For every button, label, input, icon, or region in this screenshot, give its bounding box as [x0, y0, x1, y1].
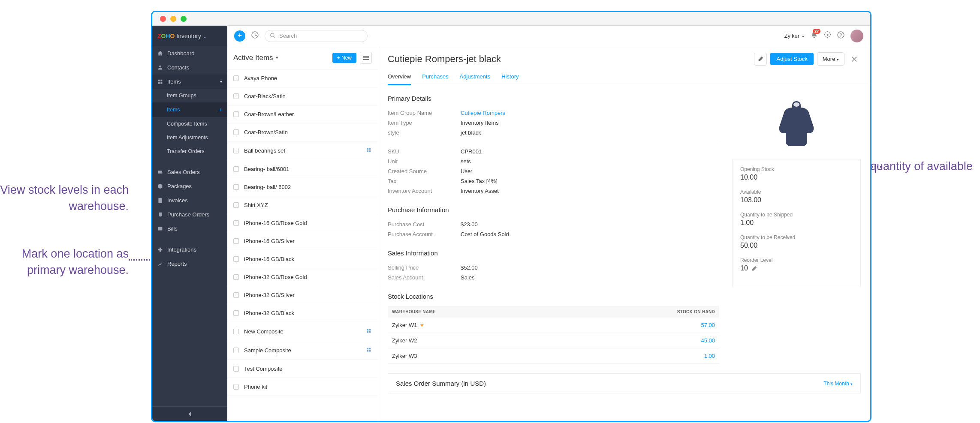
- sidebar-item-label: Invoices: [167, 197, 188, 204]
- list-item[interactable]: Coat-Black/Satin: [227, 87, 378, 105]
- list-item[interactable]: iPhone-16 GB/Rose Gold: [227, 214, 378, 232]
- stock-value: 10.00: [740, 174, 853, 181]
- sidebar-item-items[interactable]: Items+: [152, 102, 227, 117]
- item-checkbox[interactable]: [233, 292, 239, 298]
- search-input[interactable]: Search: [265, 30, 368, 42]
- item-detail-panel: Cutiepie Rompers-jet black Adjust Stock …: [378, 46, 870, 421]
- item-checkbox[interactable]: [233, 384, 239, 390]
- tab-adjustments[interactable]: Adjustments: [460, 71, 491, 85]
- stock-label: Reorder Level: [740, 257, 853, 263]
- list-item[interactable]: Shirt XYZ: [227, 196, 378, 214]
- list-item[interactable]: Test Composite: [227, 360, 378, 378]
- list-item[interactable]: Coat-Brown/Leather: [227, 105, 378, 123]
- item-checkbox[interactable]: [233, 348, 239, 353]
- quick-add-button[interactable]: +: [234, 30, 245, 42]
- app-logo[interactable]: ZOHO Inventory ⌄: [152, 26, 227, 46]
- item-checkbox[interactable]: [233, 238, 239, 244]
- sidebar-item-composite-items[interactable]: Composite Items: [152, 117, 227, 131]
- sidebar-collapse-button[interactable]: [152, 406, 227, 421]
- list-item[interactable]: Sample Composite: [227, 341, 378, 360]
- list-item[interactable]: New Composite: [227, 322, 378, 341]
- more-button[interactable]: More ▾: [817, 52, 844, 66]
- item-name: Phone kit: [244, 384, 372, 390]
- item-checkbox[interactable]: [233, 366, 239, 372]
- new-item-button[interactable]: + New: [332, 53, 356, 63]
- sidebar-item-transfer-orders[interactable]: Transfer Orders: [152, 144, 227, 158]
- table-row[interactable]: Zylker W31.00: [388, 348, 719, 364]
- list-menu-button[interactable]: [360, 52, 372, 64]
- list-item[interactable]: Phone kit: [227, 378, 378, 396]
- sidebar-item-dashboard[interactable]: Dashboard: [152, 46, 227, 60]
- svg-point-0: [159, 66, 161, 68]
- item-checkbox[interactable]: [233, 256, 239, 262]
- edit-button[interactable]: [754, 53, 767, 66]
- topbar: + Search Zylker ⌄ 27 ?: [227, 26, 870, 46]
- tab-overview[interactable]: Overview: [388, 71, 411, 85]
- list-item[interactable]: iPhone-32 GB/Black: [227, 304, 378, 322]
- list-item[interactable]: Avaya Phone: [227, 69, 378, 87]
- sidebar-item-packages[interactable]: Packages: [152, 179, 227, 193]
- tab-history[interactable]: History: [501, 71, 519, 85]
- sidebar-item-reports[interactable]: Reports: [152, 257, 227, 271]
- item-checkbox[interactable]: [233, 274, 239, 280]
- table-row[interactable]: Zylker W1★57.00: [388, 318, 719, 333]
- list-item[interactable]: iPhone-16 GB/Silver: [227, 232, 378, 250]
- stock-on-hand-value: 57.00: [701, 322, 715, 328]
- item-checkbox[interactable]: [233, 93, 239, 99]
- sidebar-item-label: Packages: [167, 183, 192, 189]
- item-list-panel: Active Items + New Avaya PhoneCoat-Black…: [227, 46, 378, 421]
- sidebar-item-purchase-orders[interactable]: Purchase Orders: [152, 207, 227, 222]
- user-avatar[interactable]: [850, 30, 863, 42]
- list-item[interactable]: Coat-Brown/Satin: [227, 123, 378, 141]
- stock-on-hand-value: 1.00: [704, 353, 715, 359]
- item-checkbox[interactable]: [233, 129, 239, 135]
- list-title-dropdown[interactable]: Active Items: [233, 54, 278, 62]
- field-value: $23.00: [461, 221, 478, 228]
- list-item[interactable]: iPhone-16 GB/Black: [227, 250, 378, 268]
- section-title: Primary Details: [388, 95, 719, 102]
- item-checkbox[interactable]: [233, 75, 239, 81]
- notifications-icon[interactable]: 27: [811, 31, 818, 40]
- settings-icon[interactable]: [824, 31, 831, 40]
- table-row[interactable]: Zylker W245.00: [388, 333, 719, 348]
- composite-icon: [366, 147, 372, 154]
- list-item[interactable]: iPhone-32 GB/Rose Gold: [227, 268, 378, 286]
- edit-icon[interactable]: [751, 266, 757, 271]
- adjust-stock-button[interactable]: Adjust Stock: [770, 53, 813, 65]
- help-icon[interactable]: ?: [837, 31, 844, 40]
- item-checkbox[interactable]: [233, 148, 239, 153]
- list-item[interactable]: Bearing- ball/ 6002: [227, 178, 378, 196]
- item-checkbox[interactable]: [233, 111, 239, 117]
- tab-purchases[interactable]: Purchases: [422, 71, 448, 85]
- item-checkbox[interactable]: [233, 202, 239, 208]
- window-minimize-button[interactable]: [170, 16, 176, 22]
- plus-icon[interactable]: +: [219, 106, 222, 113]
- list-item[interactable]: iPhone-32 GB/Silver: [227, 286, 378, 304]
- org-selector[interactable]: Zylker ⌄: [784, 33, 805, 39]
- sidebar-item-integrations[interactable]: Integrations: [152, 243, 227, 257]
- sidebar-item-items-group[interactable]: Items ▾: [152, 75, 227, 89]
- sidebar-item-invoices[interactable]: Invoices: [152, 193, 227, 207]
- window-close-button[interactable]: [160, 16, 166, 22]
- sidebar-item-item-groups[interactable]: Item Groups: [152, 89, 227, 102]
- window-maximize-button[interactable]: [181, 16, 187, 22]
- item-checkbox[interactable]: [233, 184, 239, 190]
- sidebar-item-contacts[interactable]: Contacts: [152, 60, 227, 75]
- product-image: [771, 95, 822, 150]
- item-group-link[interactable]: Cutiepie Rompers: [461, 110, 505, 116]
- list-item[interactable]: Bearing- ball/6001: [227, 160, 378, 178]
- sidebar-item-sales-orders[interactable]: Sales Orders: [152, 165, 227, 179]
- item-checkbox[interactable]: [233, 166, 239, 172]
- sidebar-item-item-adjustments[interactable]: Item Adjustments: [152, 131, 227, 144]
- close-icon[interactable]: [848, 53, 861, 66]
- sidebar-item-label: Bills: [167, 225, 178, 232]
- app-window: ZOHO Inventory ⌄ Dashboard Contacts Item…: [151, 11, 871, 422]
- item-checkbox[interactable]: [233, 310, 239, 316]
- item-checkbox[interactable]: [233, 329, 239, 334]
- sidebar-item-bills[interactable]: Bills: [152, 222, 227, 236]
- summary-period-dropdown[interactable]: This Month ▾: [823, 381, 853, 387]
- list-item[interactable]: Ball bearings set: [227, 141, 378, 160]
- recent-icon[interactable]: [251, 31, 259, 40]
- item-list[interactable]: Avaya PhoneCoat-Black/SatinCoat-Brown/Le…: [227, 69, 378, 421]
- item-checkbox[interactable]: [233, 220, 239, 226]
